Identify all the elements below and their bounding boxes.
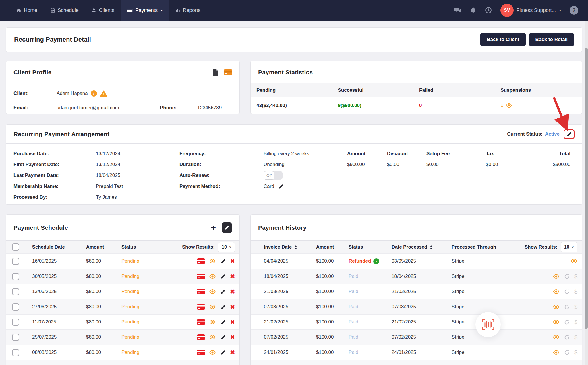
edit-pencil-icon[interactable] (220, 289, 226, 294)
history-row: 18/04/2025 $100.00 Paid 18/04/2025 Strip… (251, 269, 582, 284)
select-all-checkbox[interactable] (12, 243, 19, 251)
current-status-value[interactable]: Active (545, 131, 560, 137)
retry-icon[interactable] (564, 334, 570, 340)
nav-item-clients[interactable]: Clients (85, 0, 121, 21)
nav-item-home[interactable]: Home (10, 0, 44, 21)
eye-icon[interactable] (209, 335, 216, 340)
history-col-invoice-date[interactable]: Invoice Date (264, 244, 316, 250)
eye-icon[interactable] (209, 304, 216, 309)
refund-info-icon[interactable]: i (373, 258, 379, 264)
nav-item-label: Schedule (58, 7, 79, 13)
dollar-icon[interactable]: $ (574, 273, 577, 280)
history-col-date-processed[interactable]: Date Processed (392, 244, 452, 250)
row-checkbox[interactable] (12, 349, 19, 356)
eye-icon[interactable] (553, 319, 560, 325)
eye-icon[interactable] (553, 274, 560, 279)
nav-item-payments[interactable]: Payments ▾ (121, 0, 169, 21)
dollar-icon[interactable]: $ (574, 304, 577, 310)
payment-card-icon[interactable] (224, 69, 232, 75)
edit-pencil-icon[interactable] (220, 335, 226, 340)
chevron-down-icon: ∨ (572, 245, 574, 249)
charge-card-icon[interactable] (197, 304, 205, 310)
edit-pencil-icon[interactable] (220, 259, 226, 264)
delete-icon[interactable]: ✖ (230, 289, 235, 294)
eye-icon[interactable] (553, 289, 560, 294)
total-header: Total (529, 151, 570, 157)
edit-payment-method-icon[interactable] (278, 184, 284, 189)
edit-pencil-icon[interactable] (220, 350, 226, 355)
payment-statistics-card: Payment Statistics Pending Successful Fa… (250, 61, 582, 114)
retry-icon[interactable] (564, 304, 570, 310)
dollar-icon[interactable]: $ (574, 349, 577, 356)
nav-item-schedule[interactable]: Schedule (44, 0, 85, 21)
back-to-retail-button[interactable]: Back to Retail (529, 33, 574, 46)
scrollbar-track[interactable] (585, 21, 588, 365)
eye-icon[interactable] (553, 350, 560, 355)
row-checkbox[interactable] (12, 334, 19, 341)
charge-card-icon[interactable] (197, 258, 205, 264)
toggle-knob: Off (264, 171, 274, 180)
eye-icon[interactable] (209, 274, 216, 279)
row-checkbox[interactable] (12, 288, 19, 295)
chevron-down-icon: ∨ (229, 245, 231, 249)
show-results-select[interactable]: 10∨ (218, 242, 235, 252)
document-icon[interactable] (212, 69, 219, 76)
row-checkbox[interactable] (12, 273, 19, 280)
info-icon[interactable]: i (91, 90, 97, 97)
row-checkbox[interactable] (12, 258, 19, 265)
clock-icon[interactable] (485, 7, 492, 14)
charge-card-icon[interactable] (197, 350, 205, 355)
scrollbar-thumb[interactable] (585, 48, 588, 329)
edit-status-button[interactable] (564, 129, 575, 139)
charge-card-icon[interactable] (197, 334, 205, 340)
charge-card-icon[interactable] (197, 289, 205, 294)
delete-icon[interactable]: ✖ (230, 334, 235, 340)
header-actions: Back to Client Back to Retail (480, 33, 574, 46)
chevron-down-icon: ▾ (559, 8, 561, 12)
back-to-client-button[interactable]: Back to Client (480, 33, 525, 46)
eye-icon[interactable] (570, 259, 577, 264)
retry-icon[interactable] (564, 319, 570, 325)
edit-schedule-icon[interactable] (222, 222, 232, 233)
row-checkbox[interactable] (12, 303, 19, 311)
delete-icon[interactable]: ✖ (230, 319, 235, 325)
retry-icon[interactable] (564, 274, 570, 280)
arrangement-left-column: Purchase Date:13/12/2024 First Payment D… (13, 148, 123, 203)
add-schedule-icon[interactable]: + (211, 223, 216, 232)
eye-icon[interactable] (209, 350, 216, 355)
edit-pencil-icon[interactable] (220, 319, 226, 325)
account-menu[interactable]: SV Fitness Support... ▾ (500, 4, 561, 17)
processed-through: Stripe (452, 350, 523, 355)
schedule-status: Pending (114, 289, 157, 294)
warning-icon[interactable]: ! (100, 90, 107, 97)
eye-icon[interactable] (553, 335, 560, 340)
dollar-icon[interactable]: $ (574, 319, 577, 325)
eye-icon[interactable] (209, 259, 216, 264)
charge-card-icon[interactable] (197, 274, 205, 279)
edit-pencil-icon[interactable] (220, 304, 226, 310)
eye-icon[interactable] (553, 304, 560, 309)
eye-icon[interactable] (209, 289, 216, 294)
row-checkbox[interactable] (12, 319, 19, 326)
delete-icon[interactable]: ✖ (230, 350, 235, 355)
help-icon[interactable]: ? (570, 6, 578, 15)
stats-col-suspensions: Suspensions (501, 87, 582, 93)
nav-item-reports[interactable]: Reports (169, 0, 207, 21)
eye-icon[interactable] (209, 319, 216, 325)
edit-pencil-icon[interactable] (220, 274, 226, 279)
retry-icon[interactable] (564, 289, 570, 295)
arrangement-mid-column: Frequency:Billing every 2 weeks Duration… (179, 148, 309, 192)
dollar-icon[interactable]: $ (574, 334, 577, 341)
delete-icon[interactable]: ✖ (230, 274, 235, 279)
client-row: Client: Adam Hapana i ! (13, 86, 232, 101)
delete-icon[interactable]: ✖ (230, 304, 235, 310)
charge-card-icon[interactable] (197, 319, 205, 325)
show-results-select[interactable]: 10∨ (561, 242, 577, 252)
eye-icon[interactable] (506, 103, 512, 108)
bell-icon[interactable] (470, 7, 476, 14)
retry-icon[interactable] (564, 350, 570, 356)
dollar-icon[interactable]: $ (574, 288, 577, 295)
chat-icon[interactable] (454, 7, 461, 14)
auto-renew-toggle[interactable]: Off (264, 171, 283, 180)
delete-icon[interactable]: ✖ (230, 258, 235, 264)
